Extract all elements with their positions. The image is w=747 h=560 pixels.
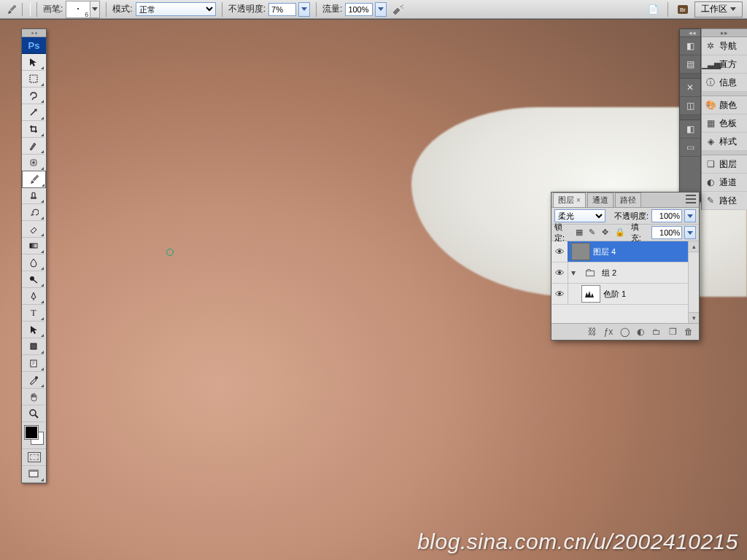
layers-icon: ❏ — [705, 158, 716, 170]
adjustment-layer-icon[interactable]: ◐ — [635, 326, 646, 338]
magic-wand-tool[interactable] — [22, 104, 44, 121]
color-panel-button[interactable]: 🎨颜色 — [702, 96, 747, 114]
gradient-tool[interactable] — [22, 238, 44, 254]
eraser-tool[interactable] — [22, 221, 44, 238]
opacity-flyout-button[interactable] — [298, 2, 310, 17]
blur-tool[interactable] — [22, 254, 44, 271]
slice-tool[interactable] — [22, 138, 44, 155]
layer-name[interactable]: 组 2 — [602, 268, 616, 279]
move-tool[interactable] — [22, 54, 44, 71]
visibility-toggle[interactable]: 👁 — [551, 241, 568, 262]
svg-point-1 — [403, 4, 403, 5]
layers-panel-button[interactable]: ❏图层 — [702, 155, 747, 174]
layer-row[interactable]: 👁 ▾ 🗀 组 2 — [551, 262, 699, 284]
opacity-input[interactable] — [268, 3, 296, 16]
brush-tool-icon[interactable] — [4, 2, 19, 17]
dock-histogram-icon[interactable]: ▤ — [680, 55, 700, 74]
history-brush-tool[interactable] — [22, 204, 44, 221]
zoom-tool[interactable] — [22, 405, 44, 422]
delete-layer-icon[interactable]: 🗑 — [683, 326, 694, 338]
styles-panel-button[interactable]: ◈样式 — [702, 133, 747, 151]
hand-tool[interactable] — [22, 389, 44, 405]
healing-brush-tool[interactable] — [22, 155, 44, 171]
color-swatches[interactable] — [22, 422, 46, 449]
dock-navigator-icon[interactable]: ◧ — [680, 37, 700, 55]
tab-layers[interactable]: 图层× — [553, 192, 586, 207]
navigator-panel-button[interactable]: ✲导航 — [702, 37, 747, 55]
new-layer-icon[interactable]: ❐ — [667, 326, 678, 338]
crop-tool[interactable] — [22, 121, 44, 138]
lock-position-icon[interactable]: ✥ — [602, 228, 612, 238]
fill-flyout[interactable] — [684, 226, 696, 239]
brush-preset-picker[interactable]: 6 — [66, 1, 100, 18]
layer-opacity-input[interactable] — [651, 209, 682, 222]
lock-transparency-icon[interactable]: ▦ — [576, 228, 586, 238]
blend-mode-select[interactable]: 正常 — [136, 2, 216, 16]
visibility-toggle[interactable]: 👁 — [551, 284, 568, 304]
dock-collapse-button[interactable]: ▸▸ — [702, 29, 747, 37]
panel-grip[interactable] — [22, 29, 46, 37]
airbrush-toggle-icon[interactable] — [391, 2, 406, 17]
path-select-tool[interactable] — [22, 322, 44, 338]
layer-mask-icon[interactable]: ◯ — [619, 326, 630, 338]
file-browser-icon[interactable]: 📄 — [646, 2, 660, 17]
histogram-panel-button[interactable]: ▁▃▅直方 — [702, 55, 747, 74]
svg-text:T: T — [31, 308, 36, 318]
flow-flyout-button[interactable] — [375, 2, 387, 17]
lock-buttons: ▦ ✎ ✥ 🔒 — [576, 228, 625, 238]
opacity-flyout[interactable] — [684, 209, 696, 222]
notes-tool[interactable] — [22, 355, 44, 372]
layer-thumb[interactable] — [571, 243, 590, 260]
link-layers-icon[interactable]: ⛓ — [587, 326, 598, 338]
layer-row[interactable]: 👁 色阶 1 — [551, 284, 699, 305]
flow-label: 流量: — [322, 3, 342, 15]
grip-icon[interactable] — [22, 3, 31, 16]
layer-fill-input[interactable] — [651, 226, 682, 239]
screen-mode-toggle[interactable] — [22, 466, 44, 483]
paths-panel-button[interactable]: ✎路径 — [702, 192, 747, 210]
type-tool[interactable]: T — [22, 305, 44, 322]
new-group-icon[interactable]: 🗀 — [651, 326, 662, 338]
shape-tool[interactable] — [22, 338, 44, 355]
lock-all-icon[interactable]: 🔒 — [615, 228, 625, 238]
close-icon[interactable]: × — [576, 196, 581, 204]
scrollbar[interactable] — [688, 241, 699, 323]
brush-tool[interactable] — [22, 171, 46, 188]
tab-paths[interactable]: 路径 — [615, 192, 641, 207]
chevron-down-icon[interactable] — [90, 1, 100, 18]
bridge-icon[interactable]: Br — [676, 2, 690, 17]
collapsed-dock: ◂◂ ◧ ▤ ✕ ◫ ◧ ▭ — [679, 28, 701, 202]
eyedropper-tool[interactable] — [22, 372, 44, 389]
dock-expand-button[interactable]: ◂◂ — [680, 29, 700, 37]
visibility-toggle[interactable]: 👁 — [551, 262, 568, 283]
dock-tool-presets-icon[interactable]: ◫ — [680, 97, 700, 115]
channels-panel-button[interactable]: ◐通道 — [702, 174, 747, 192]
panel-menu-icon[interactable] — [686, 195, 696, 203]
foreground-color[interactable] — [25, 426, 38, 439]
fill-label: 填充: — [631, 222, 649, 244]
layer-row[interactable]: 👁 图层 4 — [551, 241, 699, 262]
dodge-tool[interactable] — [22, 271, 44, 288]
flow-input[interactable] — [345, 3, 373, 16]
svg-rect-16 — [29, 470, 38, 472]
ps-logo-icon[interactable]: Ps — [22, 37, 46, 54]
layer-list: 👁 图层 4 👁 ▾ 🗀 组 2 👁 色阶 1 — [551, 241, 699, 324]
clone-stamp-tool[interactable] — [22, 187, 44, 204]
layer-name[interactable]: 色阶 1 — [603, 289, 626, 300]
swatches-panel-button[interactable]: ▦色板 — [702, 114, 747, 133]
lasso-tool[interactable] — [22, 88, 44, 104]
layer-blend-select[interactable]: 柔光 — [554, 209, 605, 222]
layer-name[interactable]: 图层 4 — [593, 246, 616, 257]
dock-brushes-icon[interactable]: ✕ — [680, 79, 700, 97]
lock-pixels-icon[interactable]: ✎ — [589, 228, 599, 238]
dock-layer-comps-icon[interactable]: ◧ — [680, 120, 700, 139]
pen-tool[interactable] — [22, 288, 44, 305]
workspace-menu[interactable]: 工作区 — [694, 1, 743, 18]
dock-actions-icon[interactable]: ▭ — [680, 139, 700, 157]
marquee-tool[interactable] — [22, 71, 44, 88]
layer-fx-icon[interactable]: ƒx — [603, 326, 614, 338]
disclosure-icon[interactable]: ▾ — [568, 268, 578, 278]
quick-mask-toggle[interactable] — [22, 449, 46, 466]
tab-channels[interactable]: 通道 — [587, 192, 614, 207]
info-panel-button[interactable]: ⓘ信息 — [702, 74, 747, 92]
